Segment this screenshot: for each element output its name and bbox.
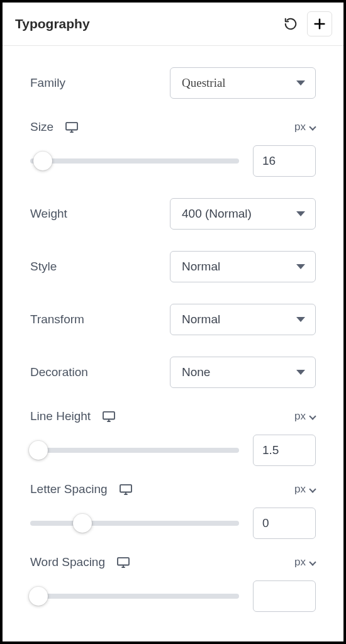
slider-thumb[interactable] <box>33 152 52 170</box>
responsive-icon[interactable] <box>116 557 130 568</box>
responsive-icon[interactable] <box>119 484 133 495</box>
line-height-unit: px <box>294 410 306 423</box>
chevron-down-icon <box>296 80 305 86</box>
chevron-down-icon <box>296 211 305 216</box>
decoration-value: None <box>182 365 210 379</box>
responsive-icon[interactable] <box>102 411 116 422</box>
decoration-select[interactable]: None <box>170 357 316 388</box>
line-height-label: Line Height <box>30 409 91 423</box>
style-value: Normal <box>182 260 220 274</box>
weight-label: Weight <box>30 207 67 221</box>
family-select[interactable]: Questrial <box>170 67 316 99</box>
word-spacing-label: Word Spacing <box>30 555 105 569</box>
line-height-unit-select[interactable]: px <box>294 410 316 423</box>
size-unit: px <box>294 121 306 133</box>
chevron-down-icon <box>310 413 316 419</box>
family-label: Family <box>30 76 65 90</box>
weight-value: 400 (Normal) <box>182 207 252 221</box>
slider-thumb[interactable] <box>29 587 48 606</box>
chevron-down-icon <box>296 264 305 269</box>
chevron-down-icon <box>310 124 316 130</box>
decoration-label: Decoration <box>30 365 88 379</box>
slider-thumb[interactable] <box>73 514 92 533</box>
line-height-input[interactable] <box>253 435 316 466</box>
slider-thumb[interactable] <box>29 441 48 460</box>
word-spacing-unit: px <box>294 556 306 569</box>
add-button[interactable] <box>307 11 332 36</box>
letter-spacing-label: Letter Spacing <box>30 482 108 496</box>
responsive-icon[interactable] <box>65 121 79 133</box>
size-unit-select[interactable]: px <box>294 121 316 133</box>
transform-value: Normal <box>182 313 220 326</box>
size-label: Size <box>30 120 53 134</box>
letter-spacing-input[interactable] <box>253 508 316 539</box>
size-slider[interactable] <box>30 158 239 164</box>
plus-icon <box>313 17 326 31</box>
letter-spacing-unit: px <box>294 483 306 496</box>
svg-rect-5 <box>103 412 114 419</box>
letter-spacing-slider[interactable] <box>30 521 239 526</box>
style-label: Style <box>30 260 57 274</box>
svg-rect-11 <box>118 558 129 565</box>
word-spacing-input[interactable] <box>253 580 316 612</box>
transform-label: Transform <box>30 313 84 326</box>
weight-select[interactable]: 400 (Normal) <box>170 198 316 230</box>
svg-rect-2 <box>66 123 77 130</box>
size-input[interactable] <box>253 145 316 177</box>
family-value: Questrial <box>182 76 226 90</box>
reset-button[interactable] <box>278 11 303 36</box>
chevron-down-icon <box>310 486 316 492</box>
letter-spacing-unit-select[interactable]: px <box>294 483 316 496</box>
transform-select[interactable]: Normal <box>170 304 316 335</box>
chevron-down-icon <box>296 317 305 322</box>
word-spacing-unit-select[interactable]: px <box>294 556 316 569</box>
chevron-down-icon <box>296 370 305 375</box>
word-spacing-slider[interactable] <box>30 594 239 599</box>
svg-rect-8 <box>120 485 131 492</box>
undo-icon <box>284 17 298 31</box>
page-title: Typography <box>15 16 90 31</box>
line-height-slider[interactable] <box>30 448 239 453</box>
chevron-down-icon <box>310 559 316 565</box>
style-select[interactable]: Normal <box>170 251 316 282</box>
